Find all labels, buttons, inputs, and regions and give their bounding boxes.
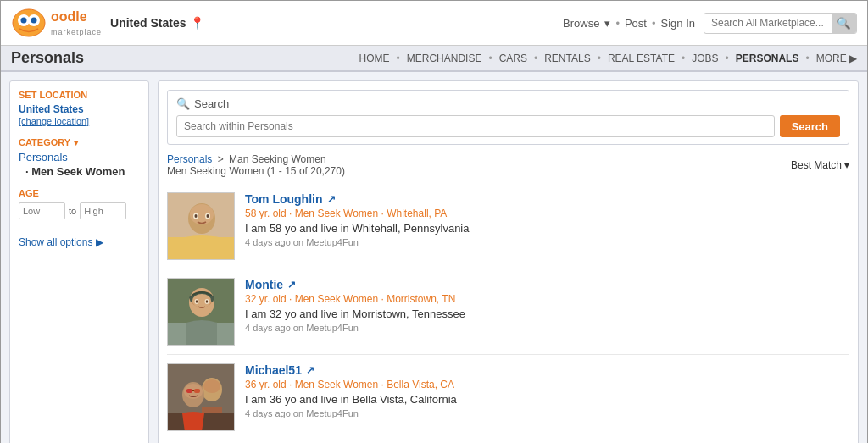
post-link[interactable]: Post [625,17,647,30]
nav-more[interactable]: MORE ▶ [816,53,857,64]
sort-dropdown-icon: ▾ [844,159,849,171]
listing-name-michael[interactable]: Michael51 ↗ [245,363,314,377]
breadcrumb-separator: > [218,153,226,165]
listing-item: Tom Loughlin ↗ 58 yr. old · Men Seek Wom… [167,184,849,269]
change-location-link[interactable]: [change location] [19,116,89,126]
listing-desc-montie: I am 32 yo and live in Morristown, Tenne… [245,307,849,320]
nav-links: HOME • MERCHANDISE • CARS • RENTALS • RE… [359,53,857,64]
listing-desc-michael: I am 36 yo and live in Bella Vista, Cali… [245,393,849,406]
category-header: CATEGORY ▾ [19,137,140,147]
age-inputs: to [19,202,140,219]
location-area[interactable]: United States 📍 [110,16,203,30]
listing-thumbnail-tom [167,192,235,260]
listing-item: Michael51 ↗ 36 yr. old · Men Seek Women … [167,355,849,440]
header: oodle marketplace United States 📍 Browse… [1,1,867,46]
sidebar: SET LOCATION United States [change locat… [9,80,149,443]
nav-jobs[interactable]: JOBS [692,53,718,64]
personals-category-link[interactable]: Personals [19,151,140,163]
svg-point-7 [190,204,214,224]
logo-text: oodle [51,9,87,24]
nav-realestate[interactable]: REAL ESTATE [608,53,675,64]
listing-time-michael: 4 days ago on Meetup4Fun [245,408,849,418]
age-label: AGE [19,188,140,198]
nav-bar-title: Personals [11,49,84,67]
browse-dropdown-icon: ▾ [604,17,610,30]
listings-list: Tom Loughlin ↗ 58 yr. old · Men Seek Wom… [167,184,849,440]
sidebar-category-section: CATEGORY ▾ Personals Men Seek Women [19,137,140,178]
show-all-options-link[interactable]: Show all options ▶ [19,236,103,248]
sidebar-age-section: AGE to [19,188,140,219]
header-search: 🔍 [704,13,857,34]
share-icon-michael: ↗ [306,364,314,376]
svg-point-24 [203,379,220,393]
listing-meta-michael: 36 yr. old · Men Seek Women · Bella Vist… [245,379,849,390]
listing-details-tom: Tom Loughlin ↗ 58 yr. old · Men Seek Wom… [245,192,849,247]
header-right: Browse ▾ • Post • Sign In 🔍 [563,13,857,34]
location-name: United States [110,16,186,30]
results-count: Men Seeking Women (1 - 15 of 20,270) [167,165,345,177]
michael-avatar-svg [168,364,235,431]
svg-rect-29 [194,389,200,393]
header-nav: Browse ▾ • Post • Sign In [563,17,695,30]
listing-thumbnail-montie [167,278,235,346]
header-search-button[interactable]: 🔍 [832,14,856,33]
age-high-input[interactable] [80,202,126,219]
listing-name-montie[interactable]: Montie ↗ [245,278,296,291]
category-dropdown-icon: ▾ [74,138,78,147]
sidebar-location-name: United States [19,103,140,115]
search-box-row: Search [176,115,840,137]
montie-avatar-svg [168,279,235,346]
signin-link[interactable]: Sign In [661,17,695,30]
nav-merchandise[interactable]: MERCHANDISE [407,53,482,64]
listing-name-tom[interactable]: Tom Loughlin ↗ [245,192,336,206]
tom-avatar-svg [168,193,235,260]
page-wrapper: oodle marketplace United States 📍 Browse… [0,0,868,443]
listing-time-tom: 4 days ago on Meetup4Fun [245,237,849,247]
svg-point-19 [196,300,198,303]
search-input[interactable] [176,115,775,137]
share-icon-montie: ↗ [287,279,296,291]
svg-point-3 [21,18,27,24]
listing-details-montie: Montie ↗ 32 yr. old · Men Seek Women · M… [245,278,849,333]
breadcrumb: Personals > Man Seeking Women [167,153,345,165]
svg-point-20 [206,300,208,303]
oodle-logo [11,8,47,38]
search-icon: 🔍 [837,17,851,30]
listing-details-michael: Michael51 ↗ 36 yr. old · Men Seek Women … [245,363,849,418]
nav-rentals[interactable]: RENTALS [544,53,590,64]
location-pin-icon: 📍 [190,16,204,30]
header-left: oodle marketplace United States 📍 [11,8,204,38]
share-icon-tom: ↗ [327,193,336,205]
breadcrumb-area: Personals > Man Seeking Women Men Seekin… [167,153,345,177]
listing-time-montie: 4 days ago on Meetup4Fun [245,323,849,333]
search-title-icon: 🔍 [176,97,190,110]
nav-home[interactable]: HOME [359,53,390,64]
age-to-label: to [69,206,76,216]
logo-sub: marketplace [51,28,102,36]
listing-item: Montie ↗ 32 yr. old · Men Seek Women · M… [167,269,849,355]
age-low-input[interactable] [19,202,65,219]
breadcrumb-root-link[interactable]: Personals [167,153,212,165]
results-header: Personals > Man Seeking Women Men Seekin… [167,153,849,177]
svg-point-11 [207,214,209,218]
listing-desc-tom: I am 58 yo and live in Whitehall, Pennsy… [245,222,849,235]
listing-thumbnail-michael [167,363,235,431]
search-box-wrapper: 🔍 Search Search [167,90,849,145]
logo-area: oodle marketplace [11,8,102,38]
listing-meta-montie: 32 yr. old · Men Seek Women · Morristown… [245,293,849,305]
sort-label: Best Match [791,159,842,171]
browse-link[interactable]: Browse [563,17,599,30]
nav-cars[interactable]: CARS [499,53,527,64]
header-search-input[interactable] [704,14,832,32]
sidebar-location-section: SET LOCATION United States [change locat… [19,90,140,127]
search-button[interactable]: Search [780,115,840,137]
set-location-label: SET LOCATION [19,90,140,100]
search-box-title: 🔍 Search [176,97,840,110]
logo-text-area: oodle marketplace [51,9,102,37]
svg-rect-28 [186,389,192,393]
listing-meta-tom: 58 yr. old · Men Seek Women · Whitehall,… [245,208,849,219]
svg-point-10 [195,214,198,218]
sort-dropdown[interactable]: Best Match ▾ [791,159,849,171]
main-content: SET LOCATION United States [change locat… [1,72,867,443]
nav-personals-active: PERSONALS [736,53,799,64]
